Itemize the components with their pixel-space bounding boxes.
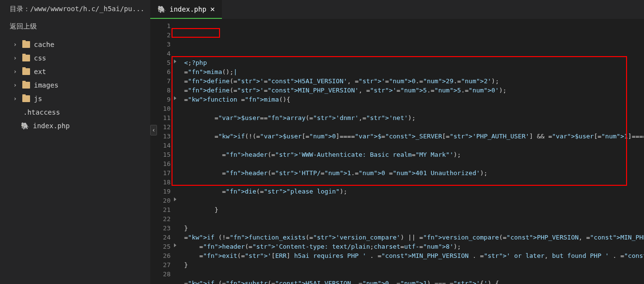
tree-item-label: images <box>34 81 59 89</box>
folder-icon <box>22 82 30 89</box>
folder-icon <box>22 95 30 102</box>
line-number-gutter: 1234567891011121314151617181920212223242… <box>150 19 175 284</box>
tree-item-label: .htaccess <box>23 108 60 116</box>
close-icon[interactable]: ✕ <box>210 4 215 14</box>
tab-label: index.php <box>170 5 206 13</box>
sidebar-item-css[interactable]: › css <box>0 51 150 65</box>
sidebar-item-cache[interactable]: › cache <box>0 38 150 51</box>
chevron-right-icon: › <box>12 95 18 102</box>
php-file-icon: 🐘 <box>157 6 166 13</box>
sidebar-item-htaccess[interactable]: .htaccess <box>0 105 150 119</box>
chevron-right-icon: › <box>12 41 18 48</box>
back-to-parent-link[interactable]: 返回上级 <box>0 18 150 36</box>
directory-path-label: 目录：/www/wwwroot/h.c/_h5ai/pu... <box>0 0 150 18</box>
tab-indexphp[interactable]: 🐘 index.php ✕ <box>150 0 222 19</box>
folder-icon <box>22 55 30 61</box>
file-tree: › cache › css › ext › images › js .htacc… <box>0 36 150 133</box>
tab-bar: 🐘 index.php ✕ <box>150 0 644 19</box>
editor-pane: 🐘 index.php ✕ 12345678910111213141516171… <box>150 0 644 284</box>
tree-item-label: js <box>34 95 42 103</box>
sidebar-item-js[interactable]: › js <box>0 92 150 105</box>
sidebar-item-images[interactable]: › images <box>0 78 150 92</box>
tree-item-label: cache <box>34 41 54 48</box>
code-editor[interactable]: 1234567891011121314151617181920212223242… <box>150 19 644 284</box>
tree-item-label: ext <box>34 68 46 75</box>
sidebar-collapse-handle[interactable]: ‹ <box>150 125 157 135</box>
php-file-icon: 🐘 <box>20 122 29 129</box>
chevron-right-icon: › <box>12 82 18 89</box>
tree-item-label: index.php <box>33 122 70 130</box>
file-tree-sidebar: 目录：/www/wwwroot/h.c/_h5ai/pu... 返回上级 › c… <box>0 0 150 284</box>
sidebar-item-indexphp[interactable]: 🐘 index.php <box>0 119 150 133</box>
chevron-right-icon: › <box>12 55 18 61</box>
chevron-right-icon: › <box>12 68 18 75</box>
code-content[interactable]: <;?php="fn">mima();|="fn">define(="str">… <box>175 19 644 284</box>
folder-icon <box>22 68 30 75</box>
sidebar-item-ext[interactable]: › ext <box>0 65 150 78</box>
folder-icon <box>22 41 30 48</box>
tree-item-label: css <box>34 54 46 62</box>
highlight-box-1 <box>172 28 220 38</box>
